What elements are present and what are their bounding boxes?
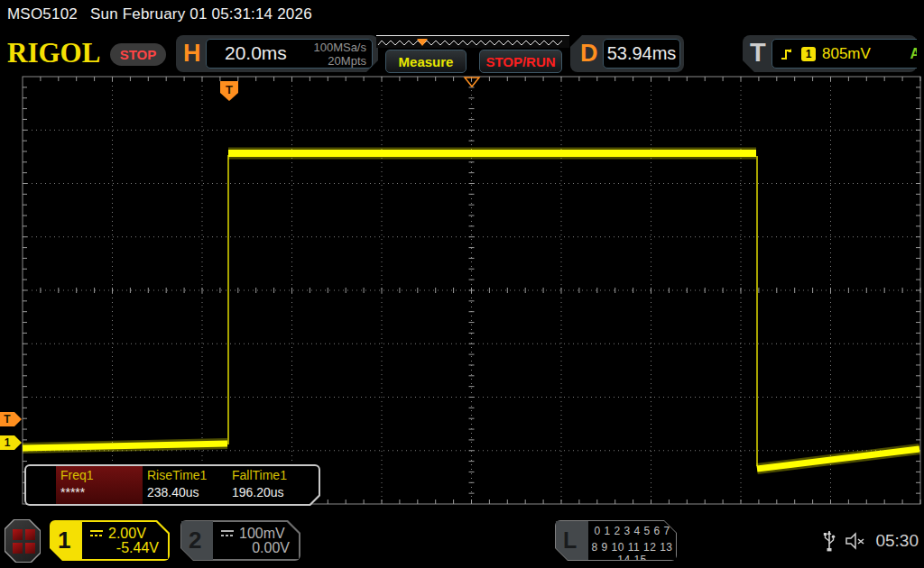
memory-zigzag [378,41,562,45]
waveform-trace-ch1 [757,449,919,469]
channel-1-number: 1 [58,527,70,554]
channel-2-offset: 0.00V [252,540,290,556]
dc-coupling-icon [220,529,235,538]
channel-2-panel: 100mV 0.00V [213,522,299,559]
timebase-value: 20.0ms [225,42,287,64]
measurement-item-freq[interactable]: Freq1 ***** [60,468,146,499]
clock-text[interactable]: 05:30 [875,531,919,551]
trigger-source-badge: 1 [801,47,816,61]
digital-channels-panel: 0 1 2 3 4 5 6 7 8 9 10 11 12 13 14 15 [588,521,676,560]
usb-icon [823,528,836,554]
trigger-position-glyph: T [226,83,233,96]
timebase-panel: 20.0ms 100MSa/s 20Mpts [206,39,373,69]
memory-trigger-pointer [417,39,428,46]
sound-muted-icon[interactable] [845,532,866,550]
oscilloscope-screen: TT1 MSO5102Sun February 01 05:31:14 2026… [0,0,924,568]
channel-1-block[interactable]: 1 2.00V -5.44V [50,520,170,561]
memory-position-bar[interactable] [376,35,569,48]
trigger-level-value: 805mV [822,45,871,63]
memory-waveform-icon [376,37,569,49]
measurement-value: 238.40us [147,485,233,499]
horizontal-label: H [183,40,201,68]
measure-button[interactable]: Measure [385,50,467,73]
measurement-item-risetime[interactable]: RiseTime1 238.40us [147,468,233,499]
delay-label: D [580,40,598,68]
title-bar: MSO5102Sun February 01 05:31:14 2026 [7,5,312,23]
menu-icon [5,520,40,562]
channel-1-panel: 2.00V -5.44V [82,522,168,559]
measurement-value: ***** [60,485,146,499]
main-menu-button[interactable] [5,519,41,563]
measurement-item-falltime[interactable]: FallTime1 196.20us [232,468,318,499]
channel-1-zero-marker[interactable] [0,435,22,450]
measurement-results-inner: Freq1 ***** RiseTime1 238.40us FallTime1… [26,466,319,504]
channel-2-block[interactable]: 2 100mV 0.00V [180,520,300,561]
measurement-value: 196.20us [232,485,318,499]
trigger-panel: 1 805mV A [772,39,924,69]
trigger-level-marker-glyph: T [4,413,11,426]
rigol-logo: RIGOL [7,37,100,69]
sample-rate-text: 100MSa/s 20Mpts [313,41,366,68]
waveform-trace-ch1 [23,444,227,448]
model-name: MSO5102 [7,5,78,23]
logic-label: L [563,527,577,554]
channel-1-offset: -5.44V [116,540,159,556]
dc-coupling-icon [89,529,104,538]
measurement-label: FallTime1 [232,468,318,482]
trigger-block[interactable]: T 1 805mV A [743,35,917,72]
horizontal-timebase-block[interactable]: H 20.0ms 100MSa/s 20Mpts [176,35,378,72]
measurement-results-box[interactable]: Freq1 ***** RiseTime1 238.40us FallTime1… [24,464,320,506]
delay-block[interactable]: D 53.94ms [570,35,684,72]
trigger-label: T [750,38,766,68]
run-state-indicator: STOP [110,43,166,66]
measurement-label: RiseTime1 [147,468,233,482]
measurement-label: Freq1 [60,468,146,482]
channel-1-zero-marker-glyph: 1 [5,436,11,449]
delay-value: 53.94ms [603,39,680,69]
digital-channels-row1: 0 1 2 3 4 5 6 7 [588,525,676,537]
trigger-slope-icon [780,46,795,61]
datetime-text: Sun February 01 05:31:14 2026 [90,5,312,23]
stop-run-button[interactable]: STOP/RUN [479,50,562,73]
channel-2-number: 2 [189,527,201,554]
logic-analyzer-block[interactable]: L 0 1 2 3 4 5 6 7 8 9 10 11 12 13 14 15 [555,520,677,561]
